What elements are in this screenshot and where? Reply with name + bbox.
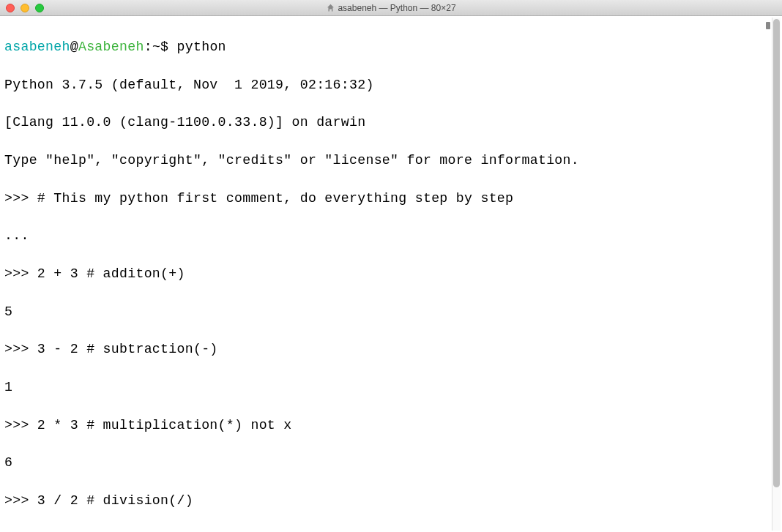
repl-line: >>> 2 + 3 # additon(+) xyxy=(4,265,778,284)
close-button[interactable] xyxy=(6,4,15,12)
repl-line: >>> # This my python first comment, do e… xyxy=(4,190,778,209)
home-icon xyxy=(326,4,335,12)
maximize-button[interactable] xyxy=(35,4,44,12)
prompt-host: Asabeneh xyxy=(78,40,144,54)
repl-line: >>> 3 - 2 # subtraction(-) xyxy=(4,340,778,359)
minimize-button[interactable] xyxy=(21,4,29,12)
prompt-colon: : xyxy=(144,40,152,54)
scrollbar-thumb[interactable] xyxy=(773,19,780,487)
prompt-command: python xyxy=(177,40,226,54)
prompt-line: asabeneh@Asabeneh:~$ python xyxy=(4,38,778,57)
scroll-indicator xyxy=(766,22,770,29)
output-line: Python 3.7.5 (default, Nov 1 2019, 02:16… xyxy=(4,76,778,95)
repl-line: >>> 2 * 3 # multiplication(*) not x xyxy=(4,416,778,435)
prompt-path: ~ xyxy=(152,40,160,54)
terminal-content[interactable]: asabeneh@Asabeneh:~$ python Python 3.7.5… xyxy=(0,16,782,532)
window-title-text: asabeneh — Python — 80×27 xyxy=(338,3,455,13)
traffic-lights xyxy=(0,4,44,12)
output-line: Type "help", "copyright", "credits" or "… xyxy=(4,151,778,171)
repl-result: 1 xyxy=(4,378,778,397)
repl-line: >>> 3 / 2 # division(/) xyxy=(4,492,778,511)
window-title: asabeneh — Python — 80×27 xyxy=(326,3,455,13)
prompt-at: @ xyxy=(70,40,78,54)
titlebar: asabeneh — Python — 80×27 xyxy=(0,0,782,16)
prompt-dollar: $ xyxy=(160,40,176,54)
scrollbar[interactable] xyxy=(772,18,781,531)
repl-line: ... xyxy=(4,227,778,246)
repl-result: 6 xyxy=(4,454,778,473)
prompt-user: asabeneh xyxy=(4,40,70,54)
repl-result: 5 xyxy=(4,303,778,322)
output-line: [Clang 11.0.0 (clang-1100.0.33.8)] on da… xyxy=(4,113,778,132)
